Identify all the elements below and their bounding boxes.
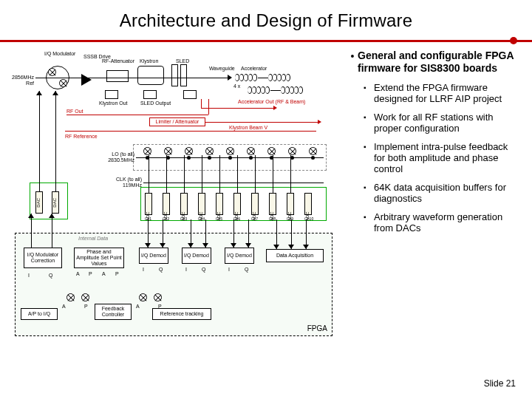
amp-icon (81, 74, 92, 86)
data-acq-block: Data Acquisition (266, 249, 324, 262)
title-rule (0, 40, 532, 42)
sled-block (171, 64, 188, 86)
kly-out-label: Klystron Out (99, 100, 128, 106)
rf-ref-label: RF Reference (65, 134, 98, 140)
sub-bullet: ▪Extend the FPGA firmware designed for L… (364, 82, 519, 104)
notes-panel: • General and configurable FPGA firmware… (340, 50, 519, 345)
main-bullet-text: General and configurable FPGA firmware f… (358, 50, 519, 75)
ref-freq-label: 2856MHz Ref (6, 75, 34, 86)
architecture-diagram: 2856MHz Ref I/Q Modulator SSSB Drive RF-… (7, 50, 340, 345)
accel-coil-4 (281, 86, 303, 94)
dac-2: DAC (52, 191, 59, 214)
sled-label: SLED (176, 58, 189, 64)
iq-mod-top-label: I/Q Modulator (44, 51, 75, 57)
dac-1: DAC (35, 191, 43, 214)
accel-coil-2 (268, 74, 290, 81)
accel-coil-3 (248, 86, 270, 94)
splitter-2 (143, 90, 157, 99)
sub-bullet: ▪Work for all RF stations with proper co… (364, 112, 519, 134)
splitter-1 (105, 90, 118, 99)
ap-to-iq-block: A/P to I/Q (21, 308, 58, 320)
rule-dot (510, 37, 517, 44)
slide-number: Slide 21 (484, 378, 516, 389)
sub-bullet: ▪Arbitrary waveform generation from DACs (364, 211, 519, 233)
accelerator-label: Accelerator (241, 66, 267, 72)
fpga-label: FPGA (307, 324, 327, 332)
sled-out-label: SLED Output (140, 100, 171, 106)
splitter-3 (183, 90, 197, 99)
limiter-block: Limiter / Attenuator (149, 117, 205, 126)
rf-att-label: RF-Attenuator (102, 58, 134, 64)
iq-mod-corr-block: I/Q Modulator Correction (24, 248, 62, 268)
sub-bullet: ▪Implement intra-pulse feedback for both… (364, 141, 519, 174)
main-bullet: • General and configurable FPGA firmware… (347, 50, 519, 75)
clk-label: CLK (to all) 119MHz (105, 177, 142, 188)
sub-bullet: ▪64K data acquisition buffers for diagno… (364, 182, 519, 204)
waveguide-label: Waveguide (209, 66, 235, 72)
sp-ffd-block: Phase and Amplitude Set Point Values (74, 248, 124, 268)
beam-v-label: Klystron Beam V (229, 125, 267, 131)
lo-label: LO (to all) 2830.5MHz (105, 151, 134, 163)
iq-demod-3: I/Q Demod (225, 248, 254, 264)
bullet-dot: • (347, 50, 358, 75)
fpga-region: FPGA (15, 233, 332, 336)
klystron-label: Klystron (140, 58, 158, 64)
page-title: Architecture and Design of Firmware (0, 10, 532, 31)
accel-out-label: Accelerator Out (RF & Beam) (238, 99, 305, 105)
ref-track-block: Reference tracking (152, 308, 211, 320)
klystron-block (137, 66, 164, 85)
iq-demod-1: I/Q Demod (139, 248, 168, 264)
attenuator-block (106, 70, 129, 82)
feedback-ctrl-block: Feedback Controller (95, 304, 132, 320)
internal-data-label: Internal Data (78, 236, 108, 242)
accel-count-label: 4 x (233, 83, 240, 89)
accel-coil-1 (235, 74, 257, 81)
rf-out-label: RF Out (66, 109, 83, 115)
iq-demod-2: I/Q Demod (182, 248, 211, 264)
